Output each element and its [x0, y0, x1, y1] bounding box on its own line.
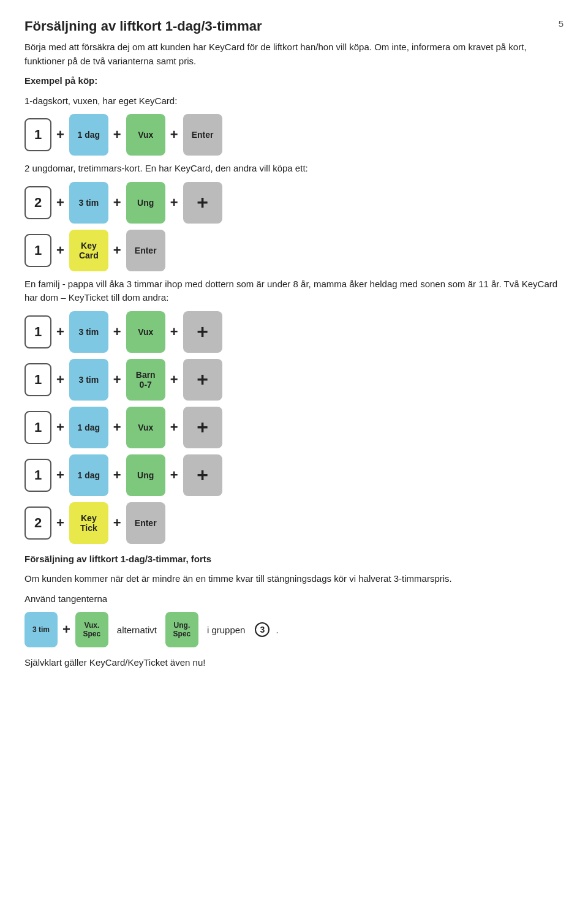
plus-grey-block-4: +	[183, 407, 222, 448]
page-number: 5	[559, 18, 564, 29]
vux-block-2: Vux	[126, 311, 165, 353]
plus-op: +	[113, 420, 121, 435]
equation-row-6: 1 + 1 dag + Vux + +	[24, 407, 564, 448]
alternativt-text: alternativt	[117, 625, 157, 635]
footer-end: Självklart gäller KeyCard/KeyTicket även…	[24, 656, 564, 670]
group-number-3: 3	[255, 622, 270, 637]
plus-op: +	[113, 243, 121, 258]
3tim-block-3: 3 tim	[69, 359, 108, 401]
1dag-block: 1 dag	[69, 114, 108, 156]
plus-op: +	[113, 467, 121, 483]
plus-op: +	[113, 324, 121, 340]
num-block-7: 1	[24, 459, 51, 492]
3tim-small-block: 3 tim	[24, 612, 58, 647]
plus-op: +	[113, 127, 121, 143]
num-block-2: 2	[24, 186, 51, 219]
plus-op: +	[113, 515, 121, 531]
num-block-3: 1	[24, 234, 51, 267]
num-block-4: 1	[24, 315, 51, 348]
plus-op: +	[56, 324, 64, 340]
1dag-block-3: 1 dag	[69, 454, 108, 496]
footer-text-2: Använd tangenterna	[24, 592, 564, 606]
num-block-1: 1	[24, 118, 51, 151]
enter-block-2: Enter	[126, 230, 165, 271]
plus-op: +	[170, 127, 178, 143]
example-sub: 1-dagskort, vuxen, har eget KeyCard:	[24, 94, 564, 108]
enter-block: Enter	[183, 114, 222, 156]
plus-op: +	[113, 372, 121, 388]
plus-op: +	[56, 420, 64, 435]
plus-op: +	[170, 420, 178, 435]
plus-grey-block-3: +	[183, 359, 222, 401]
vux-block-3: Vux	[126, 407, 165, 448]
3tim-block: 3 tim	[69, 182, 108, 224]
equation-row-2: 2 + 3 tim + Ung + +	[24, 182, 564, 224]
equation-row-1: 1 + 1 dag + Vux + Enter	[24, 114, 564, 156]
barn07-block: Barn 0-7	[126, 359, 165, 401]
plus-grey-block: +	[183, 182, 222, 224]
ung-block-2: Ung	[126, 454, 165, 496]
plus-op: +	[56, 372, 64, 388]
plus-op: +	[170, 372, 178, 388]
example-note: 2 ungdomar, tretimmars-kort. En har KeyC…	[24, 162, 564, 176]
plus-op: +	[56, 515, 64, 531]
num-block-6: 1	[24, 411, 51, 444]
plus-op: +	[113, 195, 121, 211]
equation-row-3: 1 + Key Card + Enter	[24, 230, 564, 271]
ung-block: Ung	[126, 182, 165, 224]
plus-op: +	[170, 195, 178, 211]
plus-op: +	[56, 467, 64, 483]
keytick-block: Key Tick	[69, 502, 108, 544]
1dag-block-2: 1 dag	[69, 407, 108, 448]
vux-spec-block: Vux. Spec	[75, 612, 108, 647]
enter-block-3: Enter	[126, 502, 165, 544]
plus-op: +	[56, 243, 64, 258]
equation-row-5: 1 + 3 tim + Barn 0-7 + +	[24, 359, 564, 401]
keycard-block: Key Card	[69, 230, 108, 271]
period: .	[276, 625, 278, 635]
footer-text-1: Om kunden kommer när det är mindre än en…	[24, 572, 564, 586]
example-label: Exempel på köp:	[24, 74, 564, 88]
num-block-5: 1	[24, 363, 51, 396]
plus-op: +	[56, 195, 64, 211]
vux-block: Vux	[126, 114, 165, 156]
page-title: Försäljning av liftkort 1-dag/3-timmar	[24, 18, 564, 34]
plus-op: +	[170, 467, 178, 483]
ung-spec-block: Ung. Spec	[165, 612, 198, 647]
num-block-8: 2	[24, 506, 51, 540]
equation-row-7: 1 + 1 dag + Ung + +	[24, 454, 564, 496]
intro-text: Börja med att försäkra dej om att kunden…	[24, 40, 564, 68]
family-text: En familj - pappa vill åka 3 timmar ihop…	[24, 277, 564, 305]
plus-grey-block-2: +	[183, 311, 222, 353]
equation-row-4: 1 + 3 tim + Vux + +	[24, 311, 564, 353]
3tim-block-2: 3 tim	[69, 311, 108, 353]
bottom-equation-row: 3 tim + Vux. Spec alternativt Ung. Spec …	[24, 612, 564, 647]
equation-row-8: 2 + Key Tick + Enter	[24, 502, 564, 544]
plus-op: +	[170, 324, 178, 340]
i-gruppen-text: i gruppen	[207, 625, 246, 635]
plus-grey-block-5: +	[183, 454, 222, 496]
plus-op: +	[62, 622, 70, 638]
plus-op: +	[56, 127, 64, 143]
footer-bold: Försäljning av liftkort 1-dag/3-timmar, …	[24, 552, 564, 567]
